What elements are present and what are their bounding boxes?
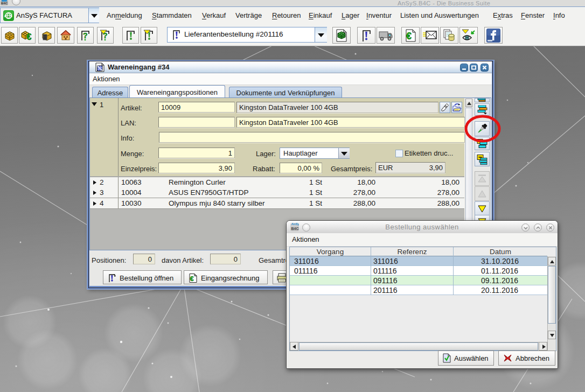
svg-text:?: ? (103, 31, 108, 40)
svg-text:€: € (26, 32, 32, 42)
svg-text:?: ? (83, 31, 88, 40)
svg-text:€: € (190, 275, 194, 283)
svg-text:€: € (406, 31, 412, 41)
svg-text:a: a (4, 14, 6, 18)
svg-text:s: s (10, 14, 12, 18)
